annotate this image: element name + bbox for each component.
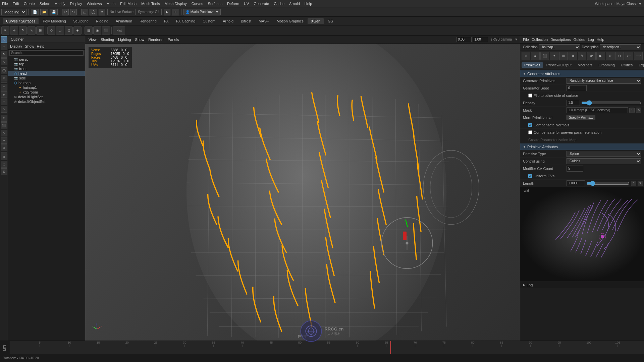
bevel-vtool[interactable]: ◇ <box>1 130 7 136</box>
menu-deform[interactable]: Deform <box>227 2 239 6</box>
mode-selector[interactable]: Modeling <box>1 9 26 15</box>
tab-fx-caching[interactable]: FX Caching <box>173 18 199 24</box>
select-vtool[interactable]: ↖ <box>1 36 7 43</box>
right-tab-expressions[interactable]: Expressions <box>636 62 644 68</box>
xgen-icon-2[interactable]: ◈ <box>531 52 540 60</box>
collection-select[interactable]: haircap1 <box>539 44 581 50</box>
xgen-icon-5[interactable]: ⊞ <box>559 52 568 60</box>
right-tab-grooming[interactable]: Grooming <box>596 62 618 68</box>
cut-vtool[interactable]: ✂ <box>1 137 7 144</box>
menu-arnold[interactable]: Arnold <box>289 2 300 6</box>
lasso-btn[interactable]: ◯ <box>90 9 97 15</box>
menu-surfaces[interactable]: Surfaces <box>208 2 222 6</box>
extrude-vtool[interactable]: ⬆ <box>1 115 7 122</box>
primitive-attributes-header[interactable]: ▼ Primitive Attributes <box>520 143 644 150</box>
right-menu-guides[interactable]: Guides <box>574 38 585 42</box>
length-edit-btn[interactable]: ✎ <box>638 181 643 186</box>
generator-attributes-header[interactable]: ▼ Generator Attributes <box>520 70 644 77</box>
menu-cache[interactable]: Cache <box>274 2 284 6</box>
right-tab-modifiers[interactable]: Modifiers <box>575 62 595 68</box>
timeline-ruler[interactable]: 5101520253035404550556065707580859095100… <box>10 341 644 354</box>
tab-fx[interactable]: FX <box>161 18 172 24</box>
bezier-vtool[interactable]: ∿ <box>1 106 7 113</box>
tab-xgen[interactable]: XGen <box>308 18 324 24</box>
outliner-item-haircap[interactable]: ⬡ haircap <box>8 80 85 85</box>
workspace-label[interactable]: Workspace : Maya Classic▼ <box>595 2 642 6</box>
tab-gs[interactable]: GS <box>324 18 336 24</box>
xgen-brush3[interactable]: ⊠ <box>1 168 7 175</box>
xgen-icon-11[interactable]: ⊖ <box>615 52 624 60</box>
playback-btn[interactable]: ▶ <box>164 9 170 15</box>
outliner-item-defaultlightset[interactable]: ◎ defaultLightSet <box>8 95 85 99</box>
mask-menu-btn[interactable]: ⋮ <box>629 108 635 113</box>
modifier-cv-input[interactable] <box>567 166 583 172</box>
tab-custom[interactable]: Custom <box>199 18 219 24</box>
menu-mesh[interactable]: Mesh <box>106 2 115 6</box>
specify-points-btn[interactable]: Specify Points... <box>567 115 595 120</box>
menu-select[interactable]: Select <box>40 2 50 6</box>
density-input[interactable] <box>567 100 580 106</box>
xgen-icon-8[interactable]: ⟳ <box>587 52 596 60</box>
universal-manip-icon[interactable]: ⊞ <box>36 26 44 35</box>
flip-checkbox[interactable] <box>528 94 532 98</box>
xgen-icon-1[interactable]: ⊛ <box>522 52 530 60</box>
outliner-item-top[interactable]: 📷 top <box>8 62 85 66</box>
paint-btn[interactable]: ✏ <box>99 9 105 15</box>
xgen-icon-9[interactable]: ▶ <box>596 52 605 60</box>
bridge-vtool[interactable]: ⬛ <box>1 122 7 129</box>
outliner-item-side[interactable]: 📷 side <box>8 76 85 80</box>
xgen-icon-3[interactable]: ⬛ <box>540 52 549 60</box>
viewport-canvas[interactable]: Verts: 6588 0 0 Edges: 13055 0 0 Faces: … <box>85 44 520 341</box>
right-menu-log[interactable]: Log <box>588 38 594 42</box>
tab-bifrost[interactable]: Bifrost <box>237 18 255 24</box>
length-slider[interactable] <box>586 181 630 186</box>
menu-windows[interactable]: Windows <box>87 2 102 6</box>
tab-curves-surfaces[interactable]: Curves / Surfaces <box>3 18 39 24</box>
user-btn[interactable]: 👤 Maria Puchkova ▼ <box>183 9 221 15</box>
new-btn[interactable]: 📄 <box>31 9 39 15</box>
playhead[interactable] <box>390 341 391 354</box>
menu-uv[interactable]: UV <box>244 2 249 6</box>
snap-point-icon[interactable]: ⊡ <box>65 26 73 35</box>
right-tab-primitives[interactable]: Primitives <box>522 62 543 68</box>
vp-show-menu[interactable]: Show <box>134 38 146 42</box>
cv-vtool[interactable]: ⊡ <box>1 84 7 90</box>
lasso-vtool[interactable]: ◯ <box>1 67 7 74</box>
xgen-brush1[interactable]: ⊛ <box>1 154 7 160</box>
compensate-normals-checkbox[interactable] <box>528 123 532 127</box>
redo-btn[interactable]: ↪ <box>70 9 77 15</box>
menu-help[interactable]: Help <box>305 2 312 6</box>
tab-rendering[interactable]: Rendering <box>136 18 160 24</box>
save-btn[interactable]: 💾 <box>50 9 58 15</box>
outliner-display-menu[interactable]: Display <box>10 44 22 48</box>
compensate-uneven-checkbox[interactable] <box>528 130 532 134</box>
xgen-icon-4[interactable]: ✦ <box>550 52 558 60</box>
outliner-item-haircap1[interactable]: ✦ haircap1 <box>8 85 85 90</box>
tab-arnold[interactable]: Arnold <box>219 18 237 24</box>
tab-sculpting[interactable]: Sculpting <box>70 18 92 24</box>
right-menu-help[interactable]: Help <box>597 38 604 42</box>
vp-renderer-menu[interactable]: Renderer <box>147 38 165 42</box>
generator-seed-input[interactable] <box>567 85 587 91</box>
scale-tool-icon[interactable]: ⤡ <box>28 26 36 35</box>
outliner-help-menu[interactable]: Help <box>37 44 45 48</box>
vp-input2[interactable] <box>473 37 488 42</box>
snap-grid-icon[interactable]: ⊹ <box>47 26 55 35</box>
menu-mesh-display[interactable]: Mesh Display <box>165 2 187 6</box>
xgen-brush2[interactable]: ◌ <box>1 161 7 168</box>
snap-surface-icon[interactable]: ◈ <box>73 26 82 35</box>
snap-curve-icon[interactable]: ◡ <box>56 26 64 35</box>
vp-view-menu[interactable]: View <box>87 38 98 42</box>
uniform-cvs-checkbox[interactable] <box>528 174 532 178</box>
tab-motion-graphics[interactable]: Motion Graphics <box>273 18 307 24</box>
smooth-shade-icon[interactable]: ◉ <box>93 26 101 35</box>
vp-shading-menu[interactable]: Shading <box>99 38 115 42</box>
right-menu-descriptions[interactable]: Descriptions <box>550 38 571 42</box>
undo-btn[interactable]: ↩ <box>62 9 69 15</box>
right-tab-utilities[interactable]: Utilities <box>618 62 635 68</box>
menu-display[interactable]: Display <box>70 2 82 6</box>
density-slider[interactable] <box>581 101 641 105</box>
select-mode-btn[interactable]: ⬚ <box>81 9 88 15</box>
paint-vtool[interactable]: ✏ <box>1 75 7 81</box>
outliner-show-menu[interactable]: Show <box>25 44 34 48</box>
